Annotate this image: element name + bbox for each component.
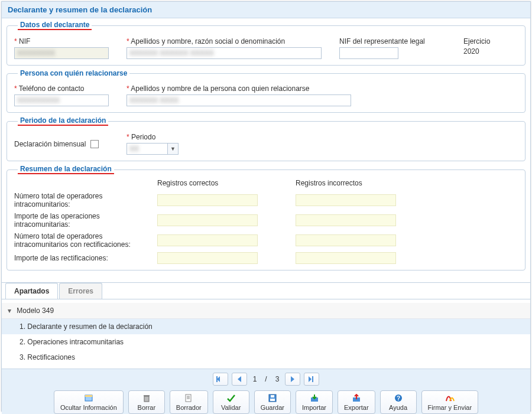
- draft-icon: [184, 393, 193, 403]
- periodo-dropdown-button[interactable]: ▼: [168, 143, 179, 155]
- save-button[interactable]: Guardar: [254, 390, 291, 414]
- tab-errores[interactable]: Errores: [59, 283, 102, 299]
- svg-rect-6: [186, 395, 191, 402]
- save-label: Guardar: [261, 404, 284, 411]
- ejercicio-value: 2020: [463, 47, 511, 56]
- tree-item-3[interactable]: 3. Rectificaciones: [2, 350, 530, 365]
- pager-first-button[interactable]: [213, 373, 228, 386]
- row3-incorrect[interactable]: [296, 234, 396, 246]
- tel-field[interactable]: XXXXXXXXX: [14, 94, 109, 106]
- resumen-row-3-label: Número total de operadores intracomunita…: [14, 232, 150, 249]
- legend-periodo: Periodo de la declaración: [18, 116, 108, 126]
- svg-rect-5: [144, 395, 150, 396]
- row1-correct[interactable]: [157, 194, 258, 206]
- resumen-row-4-label: Importe de las rectificaciones:: [14, 254, 150, 262]
- nif-rep-field[interactable]: [339, 47, 398, 59]
- periodo-label: Periodo: [126, 133, 215, 141]
- pager-total: 3: [273, 375, 282, 383]
- form-area: Datos del declarante NIF XXXXXXXX Apelli…: [2, 18, 530, 279]
- pager-current: 1: [251, 375, 259, 383]
- export-icon: [352, 393, 361, 403]
- legend-resumen: Resumen de la declaración: [18, 165, 114, 174]
- svg-rect-0: [216, 376, 218, 382]
- summary-grid: Registros correctos Registros incorrecto…: [14, 179, 518, 264]
- validate-label: Validar: [221, 404, 241, 411]
- export-label: Exportar: [344, 404, 369, 411]
- fieldset-persona: Persona con quién relacionarse Teléfono …: [7, 69, 525, 113]
- svg-rect-4: [144, 396, 149, 402]
- col-correctos: Registros correctos: [157, 179, 264, 188]
- row4-correct[interactable]: [157, 252, 258, 264]
- tree-item-2[interactable]: 2. Operaciones intracomunitarias: [2, 334, 530, 350]
- pager-sep: /: [262, 375, 269, 383]
- resumen-row-1-label: Número total de operadores intracomunita…: [14, 192, 150, 208]
- svg-rect-1: [312, 376, 313, 382]
- draft-button[interactable]: Borrador: [170, 390, 208, 414]
- row1-incorrect[interactable]: [296, 194, 396, 206]
- bimensual-checkbox[interactable]: [90, 140, 99, 148]
- pager-prev-button[interactable]: [232, 373, 247, 386]
- footer: 1 / 3 Ocultar Información Borrar: [2, 369, 530, 414]
- draft-label: Borrador: [176, 404, 202, 411]
- page-title: Declarante y resumen de la declaración: [2, 2, 530, 18]
- hide-info-button[interactable]: Ocultar Información: [54, 390, 124, 414]
- trash-icon: [142, 393, 151, 403]
- apellidos-label: Apellidos y nombre, razón social o denom…: [126, 37, 322, 45]
- sign-label: Firmar y Enviar: [428, 404, 472, 411]
- persona-apell-field[interactable]: XXXXXX XXXX: [126, 94, 351, 106]
- tab-apartados[interactable]: Apartados: [5, 283, 58, 299]
- help-label: Ayuda: [389, 404, 407, 411]
- row2-incorrect[interactable]: [296, 214, 396, 226]
- row3-correct[interactable]: [157, 234, 258, 246]
- import-button[interactable]: Importar: [296, 390, 333, 414]
- row2-correct[interactable]: [157, 214, 258, 226]
- lower-panel: Apartados Errores ▾ Modelo 349 1. Declar…: [2, 282, 530, 411]
- sign-icon: [445, 393, 455, 403]
- svg-rect-9: [271, 395, 274, 397]
- tree-root-label: Modelo 349: [17, 307, 54, 315]
- nif-field[interactable]: XXXXXXXX: [14, 47, 109, 59]
- main-frame: Declarante y resumen de la declaración D…: [1, 1, 531, 412]
- fieldset-datos-declarante: Datos del declarante NIF XXXXXXXX Apelli…: [7, 21, 525, 66]
- delete-label: Borrar: [138, 404, 156, 411]
- hide-info-label: Ocultar Información: [60, 404, 117, 411]
- resumen-row-2-label: Importe de las operaciones intracomunita…: [14, 212, 150, 229]
- svg-text:?: ?: [397, 395, 400, 402]
- help-icon: ?: [394, 393, 403, 403]
- chevron-down-icon: ▾: [8, 307, 15, 315]
- apellidos-field[interactable]: XXXXXX XXXXXX XXXXX: [126, 47, 322, 59]
- fieldset-resumen: Resumen de la declaración Registros corr…: [7, 165, 525, 270]
- page-icon: [84, 393, 93, 403]
- tel-label: Teléfono de contacto: [14, 84, 109, 93]
- delete-button[interactable]: Borrar: [128, 390, 165, 414]
- row4-incorrect[interactable]: [296, 252, 396, 264]
- export-button[interactable]: Exportar: [338, 390, 375, 414]
- svg-rect-8: [270, 399, 275, 401]
- save-icon: [268, 393, 277, 403]
- periodo-field[interactable]: XX: [126, 143, 168, 155]
- import-label: Importar: [302, 404, 326, 411]
- pager-next-button[interactable]: [285, 373, 300, 386]
- toolbar: Ocultar Información Borrar Borrador Vali…: [8, 390, 524, 414]
- tree-item-1[interactable]: 1. Declarante y resumen de la declaració…: [2, 319, 530, 334]
- fieldset-periodo: Periodo de la declaración Declaración bi…: [7, 116, 525, 161]
- check-icon: [226, 393, 236, 403]
- help-button[interactable]: ? Ayuda: [380, 390, 417, 414]
- sign-send-button[interactable]: Firmar y Enviar: [421, 390, 479, 414]
- tree: ▾ Modelo 349 1. Declarante y resumen de …: [2, 299, 530, 369]
- nif-rep-label: NIF del representante legal: [339, 37, 446, 45]
- tabbar: Apartados Errores: [2, 283, 530, 299]
- tree-root[interactable]: ▾ Modelo 349: [2, 303, 530, 319]
- pager: 1 / 3: [8, 373, 524, 386]
- validate-button[interactable]: Validar: [213, 390, 249, 414]
- ejercicio-label: Ejercicio: [463, 37, 511, 45]
- col-incorrectos: Registros incorrectos: [296, 179, 402, 188]
- pager-last-button[interactable]: [304, 373, 319, 386]
- persona-apell-label: Apellidos y nombre de la persona con qui…: [126, 84, 351, 93]
- bimensual-label: Declaración bimensual: [14, 140, 86, 148]
- legend-datos: Datos del declarante: [18, 21, 92, 30]
- svg-rect-3: [85, 395, 92, 397]
- legend-persona: Persona con quién relacionarse: [18, 69, 129, 77]
- nif-label: NIF: [14, 37, 109, 45]
- import-icon: [310, 393, 319, 403]
